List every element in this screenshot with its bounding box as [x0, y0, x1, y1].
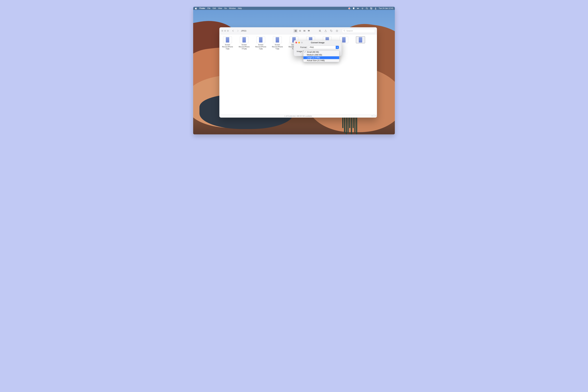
sheet-minimize[interactable] [298, 42, 300, 44]
finder-toolbar: JPEG Search [220, 28, 377, 34]
svg-rect-14 [295, 31, 296, 32]
option-label: Large (1.5 MB) [307, 56, 320, 59]
group-by-button[interactable] [318, 29, 322, 33]
search-placeholder: Search [346, 30, 353, 32]
format-value: PNG [310, 46, 314, 48]
format-label: Format: [296, 46, 308, 48]
view-mode-segment [293, 29, 311, 33]
nav-forward-button[interactable] [236, 29, 240, 32]
svg-rect-16 [299, 30, 301, 30]
svg-point-32 [336, 31, 337, 31]
traffic-zoom[interactable] [227, 30, 229, 32]
file-name: Screen Record iPhone 2.jpg [255, 44, 266, 50]
share-button[interactable] [324, 29, 328, 33]
svg-rect-3 [357, 8, 358, 8]
svg-point-1 [349, 8, 350, 9]
option-label: Medium (368 KB) [307, 54, 322, 56]
file-thumbnail [356, 36, 365, 43]
tags-button[interactable] [329, 29, 334, 33]
image-size-option[interactable]: Large (1.5 MB) [304, 56, 339, 59]
convert-image-sheet: Convert Image Format: PNG Image Size: ✓S… [294, 40, 342, 56]
svg-rect-29 [320, 31, 321, 32]
traffic-close[interactable] [222, 30, 223, 32]
file-thumbnail [273, 36, 282, 43]
menubar-item-window[interactable]: Window [229, 7, 236, 10]
svg-rect-25 [309, 31, 310, 32]
svg-point-34 [337, 31, 338, 31]
menubar-item-go[interactable]: Go [224, 7, 227, 10]
file-item[interactable]: Screen Record iPhone 3.jpg [222, 36, 233, 50]
view-columns[interactable] [302, 29, 306, 33]
svg-line-6 [367, 8, 368, 9]
image-size-dropdown: ✓Small (88 KB)Medium (368 KB)Large (1.5 … [303, 50, 339, 62]
status-search-icon[interactable] [366, 7, 368, 10]
finder-title: JPEG [241, 30, 246, 32]
svg-rect-15 [296, 31, 296, 32]
apple-menu-icon[interactable] [195, 7, 197, 10]
icon-size-slider[interactable] [371, 115, 375, 117]
file-name: Screen Record iPhone 3.jpg [222, 44, 233, 50]
image-size-option[interactable]: Medium (368 KB) [304, 54, 339, 56]
status-shield-icon[interactable] [352, 7, 355, 10]
file-thumbnail [256, 36, 265, 43]
menubar-datetime[interactable]: Tue 24 Jan 12:41 [379, 7, 393, 10]
menubar: Finder File Edit View Go Window Help Tue… [193, 7, 395, 10]
file-item[interactable]: Screen Record iPhone 4.jpg [272, 36, 283, 50]
traffic-lights [222, 30, 229, 32]
status-battery-icon[interactable] [357, 7, 359, 10]
format-select[interactable]: PNG [308, 46, 339, 49]
svg-rect-4 [359, 8, 359, 8]
menubar-item-edit[interactable]: Edit [212, 7, 216, 10]
chevron-updown-icon [336, 46, 339, 49]
status-text: 1 of 9 selected, 440.58 GB available [284, 115, 312, 117]
svg-rect-22 [308, 30, 310, 31]
svg-rect-21 [305, 30, 305, 32]
menubar-item-help[interactable]: Help [238, 7, 242, 10]
svg-rect-19 [304, 30, 304, 32]
sheet-close[interactable] [296, 42, 297, 44]
svg-point-35 [344, 30, 345, 31]
check-icon: ✓ [304, 51, 306, 53]
sheet-title: Convert Image [311, 42, 324, 44]
svg-rect-27 [319, 31, 320, 32]
svg-rect-13 [296, 30, 296, 31]
svg-rect-20 [304, 30, 305, 32]
svg-point-11 [375, 8, 376, 8]
search-icon [344, 30, 346, 32]
svg-point-10 [371, 8, 372, 9]
file-item[interactable]: Screen Record iPhone 2.jpg [255, 36, 266, 50]
file-name: Screen Record iPhone 3.5.jpg [239, 44, 250, 50]
action-button[interactable] [335, 29, 339, 33]
file-item[interactable] [355, 36, 366, 50]
nav-back-button[interactable] [231, 29, 235, 32]
view-gallery[interactable] [306, 29, 311, 33]
svg-rect-26 [319, 30, 320, 30]
image-size-option[interactable]: Actual Size (3.3 MB) [304, 59, 339, 62]
view-icons[interactable] [293, 29, 298, 33]
file-thumbnail [223, 36, 232, 43]
svg-rect-23 [308, 31, 308, 32]
svg-rect-24 [308, 31, 309, 32]
svg-line-36 [345, 31, 345, 31]
menubar-app-name[interactable]: Finder [200, 7, 205, 10]
traffic-minimize[interactable] [224, 30, 226, 32]
svg-point-33 [337, 31, 337, 31]
desktop: Finder File Edit View Go Window Help Tue… [193, 7, 395, 134]
search-field[interactable]: Search [342, 29, 375, 33]
sheet-zoom[interactable] [301, 42, 303, 44]
status-wifi-icon[interactable] [361, 7, 364, 10]
svg-point-5 [366, 8, 367, 9]
svg-rect-18 [299, 31, 301, 32]
status-record-icon[interactable] [348, 7, 350, 10]
file-name: Screen Record iPhone 4.jpg [272, 44, 283, 50]
status-control-center-icon[interactable] [370, 7, 372, 10]
file-item[interactable]: Screen Record iPhone 3.5.jpg [239, 36, 250, 50]
view-list[interactable] [298, 29, 302, 33]
menubar-item-view[interactable]: View [218, 7, 222, 10]
status-user-icon[interactable] [374, 7, 377, 10]
option-label: Small (88 KB) [307, 51, 319, 53]
image-size-option[interactable]: ✓Small (88 KB) [304, 51, 339, 54]
finder-statusbar: 1 of 9 selected, 440.58 GB available [220, 114, 377, 118]
svg-rect-12 [295, 30, 296, 31]
menubar-item-file[interactable]: File [208, 7, 210, 10]
